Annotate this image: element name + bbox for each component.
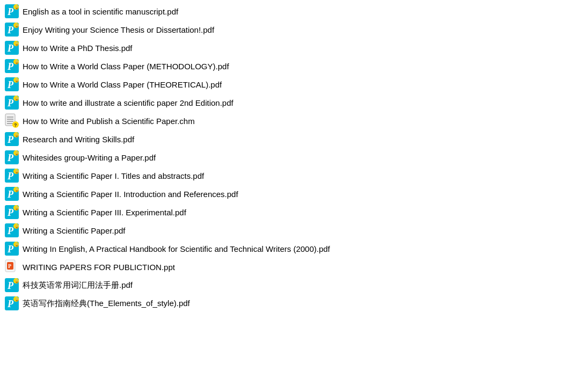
file-name-label: How to Write a World Class Paper (THEORE… <box>23 80 222 89</box>
svg-text:P: P <box>7 171 14 182</box>
list-item[interactable]: P🔒英语写作指南经典(The_Elements_of_style).pdf <box>0 294 569 313</box>
svg-text:P: P <box>7 98 14 108</box>
svg-text:🔒: 🔒 <box>14 206 19 210</box>
pdf-icon: P🔒 <box>4 168 19 183</box>
pdf-icon: P🔒 <box>4 241 19 256</box>
svg-text:?: ? <box>14 122 17 128</box>
svg-text:P: P <box>7 207 14 218</box>
pdf-icon: P🔒 <box>4 205 19 220</box>
list-item[interactable]: P🔒Writing a Scientific Paper.pdf <box>0 221 569 239</box>
list-item[interactable]: PWRITING PAPERS FOR PUBLICTION.ppt <box>0 258 569 276</box>
file-name-label: Writing In English, A Practical Handbook… <box>23 244 330 253</box>
list-item[interactable]: P🔒How to Write a World Class Paper (THEO… <box>0 75 569 93</box>
svg-text:P: P <box>7 244 14 255</box>
svg-text:🔒: 🔒 <box>14 5 19 10</box>
svg-text:P: P <box>7 43 14 54</box>
list-item[interactable]: P🔒Writing In English, A Practical Handbo… <box>0 239 569 258</box>
svg-text:P: P <box>7 6 14 17</box>
pdf-icon: P🔒 <box>4 22 19 37</box>
svg-text:🔒: 🔒 <box>14 23 19 28</box>
svg-text:P: P <box>7 189 14 200</box>
svg-text:P: P <box>7 280 14 291</box>
pdf-icon: P🔒 <box>4 59 19 74</box>
list-item[interactable]: P🔒Writing a Scientific Paper II. Introdu… <box>0 185 569 203</box>
list-item[interactable]: P🔒How to Write a World Class Paper (METH… <box>0 57 569 75</box>
svg-text:P: P <box>7 25 14 35</box>
svg-text:🔒: 🔒 <box>14 78 19 83</box>
svg-text:🔒: 🔒 <box>14 41 19 46</box>
svg-text:P: P <box>7 299 14 309</box>
pdf-icon: P🔒 <box>4 95 19 110</box>
svg-rect-25 <box>7 117 13 118</box>
pdf-icon: P🔒 <box>4 223 19 238</box>
file-name-label: Writing a Scientific Paper III. Experime… <box>23 208 186 217</box>
list-item[interactable]: P🔒Enjoy Writing your Science Thesis or D… <box>0 20 569 39</box>
pdf-icon: P🔒 <box>4 40 19 55</box>
svg-text:🔒: 🔒 <box>14 279 19 284</box>
svg-text:P: P <box>7 79 14 90</box>
svg-text:🔒: 🔒 <box>14 133 19 137</box>
svg-text:🔒: 🔒 <box>14 242 19 247</box>
file-name-label: How to Write a PhD Thesis.pdf <box>23 43 133 53</box>
list-item[interactable]: P🔒Writing a Scientific Paper I. Titles a… <box>0 166 569 185</box>
list-item[interactable]: P🔒Research and Writing Skills.pdf <box>0 130 569 148</box>
svg-text:🔒: 🔒 <box>14 151 19 156</box>
list-item[interactable]: P🔒English as a tool in scientific manusc… <box>0 2 569 20</box>
file-name-label: Writing a Scientific Paper II. Introduct… <box>23 190 238 199</box>
file-list: P🔒English as a tool in scientific manusc… <box>0 0 569 315</box>
ppt-icon: P <box>4 259 19 274</box>
list-item[interactable]: P🔒科技英语常用词汇用法手册.pdf <box>0 276 569 294</box>
svg-text:P: P <box>7 134 14 145</box>
svg-text:🔒: 🔒 <box>14 96 19 101</box>
file-name-label: Writing a Scientific Paper.pdf <box>23 226 125 235</box>
file-name-label: English as a tool in scientific manuscri… <box>23 7 178 16</box>
pdf-icon: P🔒 <box>4 296 19 311</box>
svg-text:P: P <box>7 226 14 236</box>
list-item[interactable]: P🔒How to Write a PhD Thesis.pdf <box>0 39 569 57</box>
pdf-icon: P🔒 <box>4 132 19 147</box>
file-name-label: Writing a Scientific Paper I. Titles and… <box>23 171 204 180</box>
svg-text:P: P <box>7 61 14 72</box>
svg-text:P: P <box>7 153 14 163</box>
svg-text:🔒: 🔒 <box>14 169 19 174</box>
pdf-icon: P🔒 <box>4 150 19 165</box>
file-name-label: Whitesides group-Writing a Paper.pdf <box>23 153 156 162</box>
svg-rect-26 <box>7 119 13 120</box>
svg-rect-27 <box>7 121 13 122</box>
svg-text:🔒: 🔒 <box>14 187 19 192</box>
file-name-label: Research and Writing Skills.pdf <box>23 135 134 144</box>
list-item[interactable]: ?How to Write and Publish a Scientific P… <box>0 112 569 130</box>
svg-text:🔒: 🔒 <box>14 224 19 229</box>
file-name-label: How to Write and Publish a Scientific Pa… <box>23 117 195 126</box>
file-name-label: 科技英语常用词汇用法手册.pdf <box>23 280 133 291</box>
pdf-icon: P🔒 <box>4 4 19 19</box>
pdf-icon: P🔒 <box>4 77 19 92</box>
pdf-icon: P🔒 <box>4 278 19 293</box>
file-name-label: How to write and illustrate a scientific… <box>23 98 234 107</box>
svg-text:P: P <box>8 263 11 269</box>
list-item[interactable]: P🔒Writing a Scientific Paper III. Experi… <box>0 203 569 221</box>
file-name-label: WRITING PAPERS FOR PUBLICTION.ppt <box>23 263 175 272</box>
file-name-label: Enjoy Writing your Science Thesis or Dis… <box>23 25 214 34</box>
chm-icon: ? <box>4 113 19 128</box>
svg-text:🔒: 🔒 <box>14 297 19 302</box>
pdf-icon: P🔒 <box>4 186 19 201</box>
svg-text:🔒: 🔒 <box>14 60 19 64</box>
file-name-label: 英语写作指南经典(The_Elements_of_style).pdf <box>23 299 190 309</box>
file-name-label: How to Write a World Class Paper (METHOD… <box>23 62 229 71</box>
list-item[interactable]: P🔒Whitesides group-Writing a Paper.pdf <box>0 148 569 166</box>
list-item[interactable]: P🔒How to write and illustrate a scientif… <box>0 93 569 112</box>
